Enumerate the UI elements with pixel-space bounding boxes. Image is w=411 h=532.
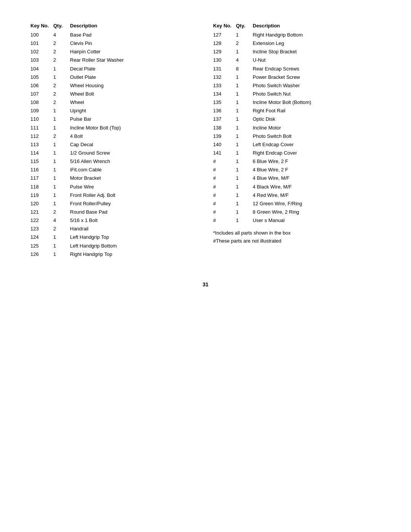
cell-keyno: 125: [30, 242, 53, 250]
cell-keyno: 127: [213, 31, 236, 39]
cell-desc: U-Nut: [253, 56, 381, 64]
cell-keyno: 106: [30, 82, 53, 89]
cell-desc: 5/16 Allen Wrench: [70, 158, 198, 165]
cell-qty: 2: [53, 99, 70, 106]
cell-qty: 1: [236, 73, 253, 81]
left-header-description: Description: [70, 23, 198, 29]
table-row: 105 1 Outlet Plate: [30, 73, 198, 81]
table-row: 123 2 Handrail: [30, 225, 198, 233]
cell-keyno: 123: [30, 225, 53, 233]
table-row: 138 1 Incline Motor: [213, 124, 381, 132]
cell-keyno: 112: [30, 133, 53, 140]
cell-qty: 1: [53, 200, 70, 208]
cell-desc: Incline Motor Bolt (Bottom): [253, 99, 381, 106]
cell-desc: Pulse Bar: [70, 115, 198, 123]
cell-keyno: 130: [213, 56, 236, 64]
cell-desc: Left Handgrip Bottom: [70, 242, 198, 250]
table-row: 127 1 Right Handgrip Bottom: [213, 31, 381, 39]
cell-keyno: 111: [30, 124, 53, 132]
cell-keyno: 141: [213, 149, 236, 157]
cell-qty: 8: [236, 65, 253, 73]
cell-desc: Hairpin Cotter: [70, 48, 198, 56]
cell-qty: 1: [53, 174, 70, 182]
cell-desc: Incline Motor: [253, 124, 381, 132]
cell-keyno: 133: [213, 82, 236, 89]
cell-desc: Pulse Wire: [70, 183, 198, 191]
cell-desc: Power Bracket Screw: [253, 73, 381, 81]
table-row: 119 1 Front Roller Adj. Bolt: [30, 191, 198, 200]
cell-desc: 4 Blue Wire, M/F: [253, 174, 381, 182]
cell-keyno: #: [213, 217, 236, 224]
right-column-headers: Key No. Qty. Description: [213, 23, 381, 29]
cell-qty: 1: [53, 242, 70, 250]
cell-desc: Photo Switch Washer: [253, 82, 381, 89]
table-row: # 1 User s Manual: [213, 216, 381, 225]
cell-keyno: 121: [30, 208, 53, 216]
cell-desc: Upright: [70, 107, 198, 115]
page-container: Key No. Qty. Description 100 4 Base Pad …: [0, 0, 411, 318]
cell-keyno: 114: [30, 149, 53, 157]
cell-qty: 1: [236, 141, 253, 149]
table-row: 115 1 5/16 Allen Wrench: [30, 157, 198, 166]
cell-qty: 1: [236, 174, 253, 182]
cell-keyno: 128: [213, 40, 236, 47]
cell-qty: 1: [236, 31, 253, 39]
table-row: 114 1 1/2 Ground Screw: [30, 149, 198, 157]
cell-qty: 1: [53, 65, 70, 73]
cell-qty: 2: [53, 48, 70, 56]
cell-keyno: 140: [213, 141, 236, 149]
cell-keyno: 118: [30, 183, 53, 191]
cell-qty: 1: [236, 99, 253, 106]
cell-keyno: 100: [30, 31, 53, 39]
cell-desc: 4 Blue Wire, 2 F: [253, 166, 381, 174]
cell-desc: 4 Bolt: [70, 133, 198, 140]
cell-qty: 1: [236, 82, 253, 89]
cell-desc: Clevis Pin: [70, 40, 198, 47]
cell-keyno: 108: [30, 99, 53, 106]
cell-qty: 1: [53, 233, 70, 241]
cell-desc: Wheel Bolt: [70, 90, 198, 98]
cell-qty: 1: [53, 115, 70, 123]
cell-desc: Decal Plate: [70, 65, 198, 73]
table-row: 110 1 Pulse Bar: [30, 115, 198, 123]
cell-desc: User s Manual: [253, 217, 381, 224]
cell-qty: 2: [53, 133, 70, 140]
cell-keyno: #: [213, 192, 236, 199]
cell-desc: 8 Green Wire, 2 Ring: [253, 208, 381, 216]
cell-qty: 1: [53, 141, 70, 149]
cell-keyno: 138: [213, 124, 236, 132]
cell-qty: 1: [53, 73, 70, 81]
right-rows-container: 127 1 Right Handgrip Bottom 128 2 Extens…: [213, 31, 381, 225]
cell-qty: 1: [236, 115, 253, 123]
cell-qty: 1: [53, 124, 70, 132]
cell-desc: Right Handgrip Top: [70, 251, 198, 258]
right-column: Key No. Qty. Description 127 1 Right Han…: [213, 23, 381, 245]
cell-keyno: 132: [213, 73, 236, 81]
parts-table-section: Key No. Qty. Description 100 4 Base Pad …: [30, 23, 381, 259]
table-row: 104 1 Decal Plate: [30, 65, 198, 73]
table-row: 124 1 Left Handgrip Top: [30, 233, 198, 241]
cell-qty: 2: [53, 90, 70, 98]
cell-desc: Wheel Housing: [70, 82, 198, 89]
cell-keyno: 115: [30, 158, 53, 165]
cell-qty: 2: [53, 225, 70, 233]
table-row: 101 2 Clevis Pin: [30, 39, 198, 48]
table-row: # 1 12 Green Wire, F/Ring: [213, 200, 381, 208]
table-row: 133 1 Photo Switch Washer: [213, 81, 381, 90]
table-row: 132 1 Power Bracket Screw: [213, 73, 381, 81]
cell-keyno: 131: [213, 65, 236, 73]
cell-qty: 4: [53, 31, 70, 39]
cell-desc: 5/16 x 1 Bolt: [70, 217, 198, 224]
cell-keyno: 122: [30, 217, 53, 224]
table-row: 126 1 Right Handgrip Top: [30, 250, 198, 259]
cell-desc: Extension Leg: [253, 40, 381, 47]
table-row: 112 2 4 Bolt: [30, 132, 198, 141]
cell-keyno: 126: [30, 251, 53, 258]
cell-desc: Handrail: [70, 225, 198, 233]
cell-keyno: 103: [30, 56, 53, 64]
cell-desc: Wheel: [70, 99, 198, 106]
table-row: 108 2 Wheel: [30, 98, 198, 107]
cell-desc: Round Base Pad: [70, 208, 198, 216]
cell-desc: Left Handgrip Top: [70, 233, 198, 241]
left-column: Key No. Qty. Description 100 4 Base Pad …: [30, 23, 198, 259]
